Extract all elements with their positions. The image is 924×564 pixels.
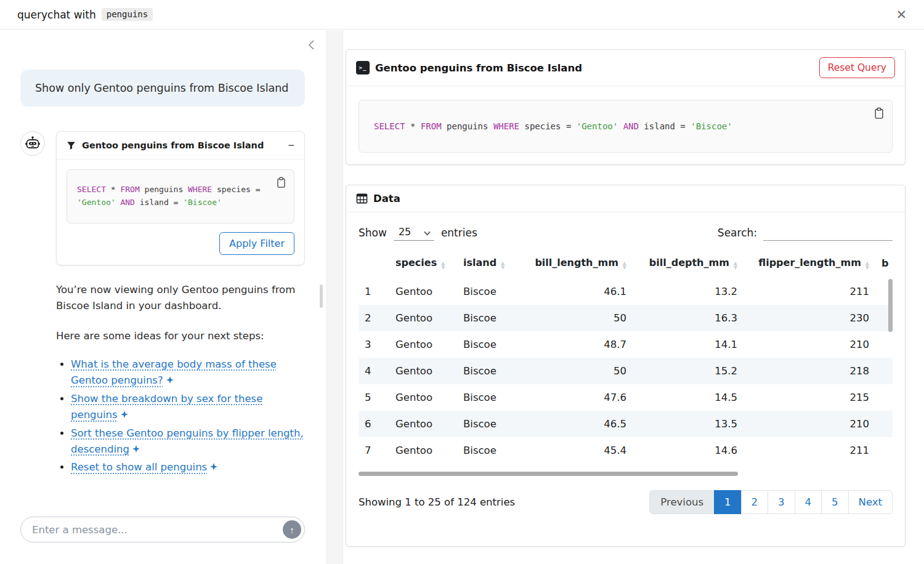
column-header-bill_depth_mm[interactable]: bill_depth_mm▲▼ [633,249,744,278]
sql-token: island = [639,121,691,131]
query-card-body: SELECT * FROM penguins WHERE species = '… [346,86,905,166]
suggestion-link[interactable]: What is the average body mass of these G… [71,358,277,386]
table-cell: 3 [359,331,389,358]
table-cell: 210 [744,331,875,358]
assistant-message: Gentoo penguins from Biscoe Island − [20,131,305,265]
filter-card-body: SELECT * FROM penguins WHERE species = '… [57,159,304,265]
sql-code-block: SELECT * FROM penguins WHERE species = '… [67,169,294,224]
table-cell: Gentoo [389,384,457,411]
query-card-header: >_ Gentoo penguins from Biscoe Island Re… [346,50,905,86]
table-cell: Gentoo [389,278,457,305]
suggestion-link[interactable]: Show the breakdown by sex for these peng… [71,393,262,421]
sidebar-scrollbar[interactable] [320,284,323,308]
page-length-select[interactable]: 25 [394,225,434,241]
search-control: Search: [718,225,893,241]
table-footer: Showing 1 to 25 of 124 entries Previous … [359,490,893,514]
top-bar: querychat with penguins ✕ [0,0,924,30]
query-card-title: Gentoo penguins from Biscoe Island [375,62,582,74]
table-cell: 46.5 [520,411,633,437]
sort-icon: ▲▼ [501,261,505,270]
copy-icon[interactable] [275,175,288,191]
suggestion-link[interactable]: Reset to show all penguins [71,461,207,473]
sql-query-text: SELECT * FROM penguins WHERE species = '… [77,183,284,209]
sort-icon: ▲▼ [734,261,737,270]
table-cell: 210 [744,411,875,437]
data-table: species▲▼island▲▼bill_length_mm▲▼bill_de… [359,249,893,464]
filter-card-title: Gentoo penguins from Biscoe Island [82,140,264,150]
robot-icon [25,135,41,151]
table-cell: Biscoe [457,331,520,358]
suggestion-link[interactable]: Sort these Gentoo penguins by flipper le… [71,427,304,455]
table-row: 3GentooBiscoe48.714.1210 [359,331,893,358]
data-card-header: Data [346,185,905,212]
chevron-left-icon [306,39,317,51]
table-cell: 50 [520,358,633,384]
table-cell: 13.2 [633,278,744,305]
data-card-body: Show 25 entries Search: [346,212,905,514]
table-cell: 5 [359,384,389,411]
table-row: 5GentooBiscoe47.614.5215 [359,384,893,411]
panel-divider[interactable] [326,30,343,564]
sql-query-text: SELECT * FROM penguins WHERE species = '… [374,119,877,133]
chat-sidebar: Show only Gentoo penguins from Biscoe Is… [0,30,326,564]
suggestion-item: What is the average body mass of these G… [71,357,305,389]
table-cell: Biscoe [457,278,520,305]
page-button-1[interactable]: 1 [714,490,742,514]
table-cell: 211 [744,278,875,305]
sql-token: * [106,185,120,194]
table-cell: 14.1 [633,331,744,358]
collapse-minus-icon[interactable]: − [288,140,294,151]
column-header-flipper_length_mm[interactable]: flipper_length_mm▲▼ [744,249,875,278]
table-cell: 215 [744,384,875,411]
horizontal-scrollbar[interactable] [359,472,738,476]
table-cell: 7 [359,437,389,464]
table-cell: 46.1 [520,278,633,305]
column-label: bill_length_mm [535,257,618,268]
show-label: Show [359,227,387,239]
sql-token: penguins [140,185,188,194]
column-header-bill_length_mm[interactable]: bill_length_mm▲▼ [520,249,633,278]
table-cell [875,411,893,437]
table-cell: 14.5 [633,384,744,411]
table-row: 6GentooBiscoe46.513.5210 [359,411,893,437]
sparkle-star-icon [210,463,217,470]
table-row: 7GentooBiscoe45.414.6211 [359,437,893,464]
table-header-row: species▲▼island▲▼bill_length_mm▲▼bill_de… [359,249,893,278]
dashboard-panel: >_ Gentoo penguins from Biscoe Island Re… [344,30,924,564]
sql-token: species = [519,121,577,131]
suggestion-item: Sort these Gentoo penguins by flipper le… [71,425,305,458]
page-button-2[interactable]: 2 [741,490,769,514]
reset-query-button[interactable]: Reset Query [819,57,895,78]
sql-token: WHERE [188,185,212,194]
table-cell: 218 [744,358,875,384]
page-button-4[interactable]: 4 [795,490,822,514]
chat-input-wrap: ↑ [20,517,305,542]
sql-token: 'Gentoo' [77,198,116,207]
copy-icon[interactable] [872,106,886,123]
sidebar-collapse-button[interactable] [304,38,318,54]
suggestion-item: Reset to show all penguins [71,459,305,475]
sql-token: FROM [120,185,139,194]
table-cell: 50 [520,305,633,331]
data-table-wrap: species▲▼island▲▼bill_length_mm▲▼bill_de… [359,249,893,478]
sql-token: WHERE [493,121,519,131]
column-header-species[interactable]: species▲▼ [389,249,457,278]
send-button[interactable]: ↑ [283,520,301,539]
vertical-scrollbar[interactable] [888,279,893,332]
table-cell: 48.7 [520,331,633,358]
close-icon[interactable]: ✕ [896,8,907,21]
table-cell: Gentoo [389,411,457,437]
chat-messages: Show only Gentoo penguins from Biscoe Is… [20,30,305,507]
sql-token: island = [135,198,183,207]
apply-filter-button[interactable]: Apply Filter [219,232,294,255]
chevron-down-icon [423,229,431,237]
next-page-button[interactable]: Next [848,490,893,514]
page-button-5[interactable]: 5 [821,490,849,514]
chat-input[interactable] [20,517,305,542]
filter-funnel-icon [67,141,76,150]
search-input[interactable] [763,225,893,241]
page-button-3[interactable]: 3 [768,490,795,514]
previous-page-button[interactable]: Previous [649,490,715,514]
column-label: species [395,257,437,268]
column-header-island[interactable]: island▲▼ [457,249,520,278]
